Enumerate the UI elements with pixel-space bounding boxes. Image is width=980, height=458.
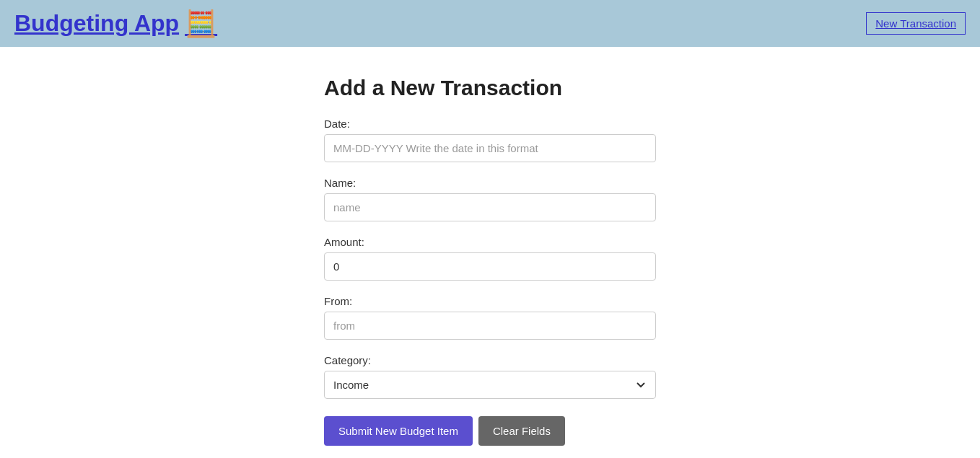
category-select[interactable]: Income Expense Savings — [324, 371, 656, 399]
amount-input[interactable] — [324, 252, 656, 281]
date-group: Date: — [324, 118, 656, 162]
from-input[interactable] — [324, 312, 656, 340]
button-row: Submit New Budget Item Clear Fields — [324, 416, 656, 446]
page-heading: Add a New Transaction — [324, 76, 656, 100]
date-label: Date: — [324, 118, 656, 130]
app-header: Budgeting App 🧮 New Transaction — [0, 0, 980, 47]
submit-button[interactable]: Submit New Budget Item — [324, 416, 473, 446]
date-input[interactable] — [324, 134, 656, 162]
form-container: Add a New Transaction Date: Name: Amount… — [324, 76, 656, 446]
calculator-icon: 🧮 — [185, 9, 217, 39]
amount-group: Amount: — [324, 236, 656, 281]
name-label: Name: — [324, 177, 656, 189]
app-title-text: Budgeting App — [14, 10, 179, 37]
name-input[interactable] — [324, 193, 656, 221]
from-group: From: — [324, 295, 656, 340]
from-label: From: — [324, 295, 656, 307]
main-content: Add a New Transaction Date: Name: Amount… — [0, 47, 980, 458]
new-transaction-button[interactable]: New Transaction — [866, 12, 966, 35]
amount-label: Amount: — [324, 236, 656, 248]
clear-button[interactable]: Clear Fields — [478, 416, 565, 446]
category-label: Category: — [324, 354, 656, 366]
category-group: Category: Income Expense Savings — [324, 354, 656, 399]
app-title-link[interactable]: Budgeting App 🧮 — [14, 9, 217, 39]
name-group: Name: — [324, 177, 656, 221]
